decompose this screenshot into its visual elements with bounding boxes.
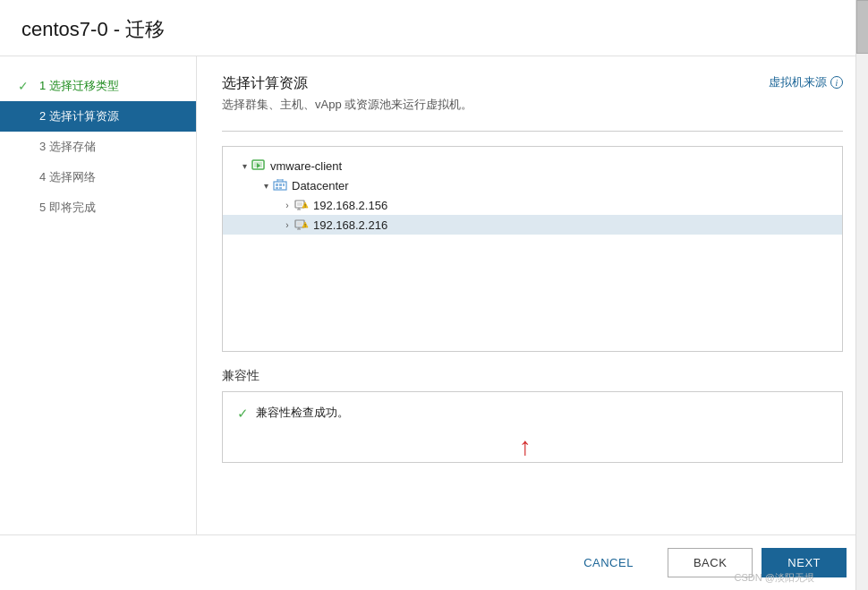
tree-node-label: Datacenter [292, 179, 349, 192]
host-icon: ! [294, 218, 309, 232]
section-title: 选择计算资源 [222, 74, 472, 93]
section-header: 选择计算资源 选择群集、主机、vApp 或资源池来运行虚拟机。 虚拟机来源 i [222, 74, 843, 125]
sidebar-step-3[interactable]: 3 选择存储 [0, 132, 196, 162]
tree-icon [251, 158, 266, 173]
svg-rect-19 [297, 222, 302, 226]
tree-icon: ! [294, 218, 309, 232]
svg-rect-13 [297, 202, 302, 206]
step-label: 4 选择网络 [39, 169, 96, 185]
compat-panel: ✓ 兼容性检查成功。 [222, 391, 843, 463]
tree-icon [273, 178, 287, 192]
tree-chevron: › [280, 201, 294, 210]
svg-rect-4 [276, 184, 278, 186]
section-divider [222, 131, 843, 132]
main-content: 选择计算资源 选择群集、主机、vApp 或资源池来运行虚拟机。 虚拟机来源 i … [197, 56, 868, 534]
vm-source-label: 虚拟机来源 [769, 74, 827, 90]
svg-rect-7 [276, 187, 278, 189]
host-icon: ! [294, 198, 309, 212]
tree-node-label: 192.168.2.156 [313, 199, 387, 212]
step-label: 3 选择存储 [39, 139, 96, 155]
tree-node-node-datacenter[interactable]: ▾ Datacenter [223, 175, 842, 195]
tree-node-label: 192.168.2.216 [313, 218, 387, 232]
compat-text: 兼容性检查成功。 [256, 405, 349, 421]
annotation-arrow: ↑ [519, 432, 532, 461]
dialog-title: centos7-0 - 迁移 [0, 0, 868, 56]
tree-node-node-host2[interactable]: › ! 192.168.2.216 [223, 215, 842, 235]
tree-node-node-host1[interactable]: › ! 192.168.2.156 [223, 195, 842, 215]
sidebar: ✓1 选择迁移类型2 选择计算资源3 选择存储4 选择网络5 即将完成 [0, 56, 197, 534]
cancel-button[interactable]: CANCEL [558, 549, 659, 577]
sidebar-step-1: ✓1 选择迁移类型 [0, 71, 196, 101]
tree-icon: ! [294, 198, 309, 212]
info-icon: i [830, 76, 843, 89]
tree-node-label: vmware-client [270, 159, 342, 173]
section-title-group: 选择计算资源 选择群集、主机、vApp 或资源池来运行虚拟机。 [222, 74, 472, 125]
scrollbar-track[interactable] [855, 56, 868, 534]
svg-rect-5 [279, 184, 282, 186]
compat-check-icon: ✓ [237, 406, 249, 422]
watermark: CSDN @淡阳无垠 [735, 571, 814, 585]
sidebar-step-2: 2 选择计算资源 [0, 101, 196, 132]
tree-chevron: ▾ [259, 181, 273, 191]
vm-icon [251, 158, 266, 173]
section-subtitle: 选择群集、主机、vApp 或资源池来运行虚拟机。 [222, 97, 472, 113]
tree-chevron: › [280, 220, 294, 230]
datacenter-icon [273, 178, 287, 192]
dialog: centos7-0 - 迁移 ✓1 选择迁移类型2 选择计算资源3 选择存储4 … [0, 0, 868, 590]
sidebar-step-4[interactable]: 4 选择网络 [0, 162, 196, 192]
svg-rect-6 [283, 184, 285, 186]
step-label: 5 即将完成 [39, 200, 96, 216]
compat-section-title: 兼容性 [222, 368, 843, 384]
dialog-body: ✓1 选择迁移类型2 选择计算资源3 选择存储4 选择网络5 即将完成 选择计算… [0, 56, 868, 534]
step-label: 2 选择计算资源 [39, 108, 119, 124]
step-check-icon: ✓ [18, 79, 32, 93]
tree-chevron: ▾ [237, 161, 251, 171]
svg-rect-8 [279, 187, 282, 189]
step-label: 1 选择迁移类型 [39, 78, 119, 94]
sidebar-step-5[interactable]: 5 即将完成 [0, 192, 196, 223]
tree-panel[interactable]: ▾ vmware-client ▾ Datacenter › [222, 146, 843, 352]
vm-source-link[interactable]: 虚拟机来源 i [769, 74, 843, 90]
tree-node-node-vmware-client[interactable]: ▾ vmware-client [223, 156, 842, 175]
